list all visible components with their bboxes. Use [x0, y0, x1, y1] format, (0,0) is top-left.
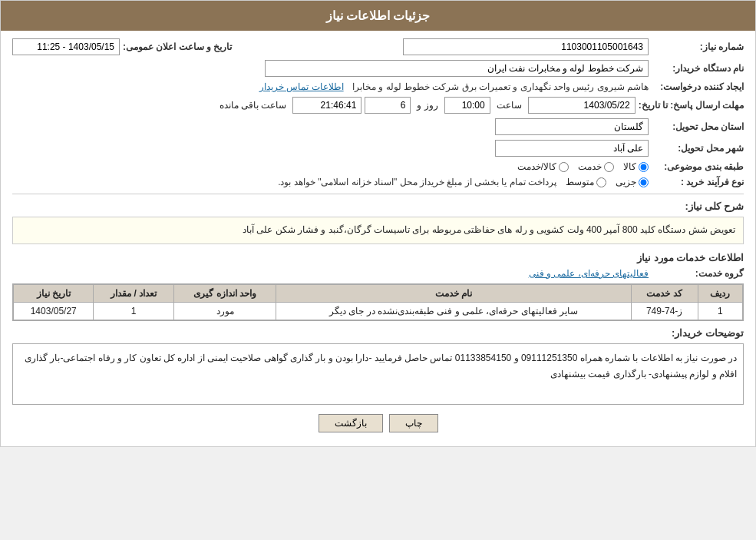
buyer-org-label: نام دستگاه خریدار: — [652, 63, 744, 74]
purchase-type-radio-motavasset[interactable] — [596, 177, 606, 187]
col-header-date: تاریخ نیاز — [14, 284, 94, 302]
category-option-1: کالا — [623, 161, 649, 172]
services-table: ردیف کد خدمت نام خدمت واحد اندازه گیری ت… — [13, 284, 743, 320]
col-header-name: نام خدمت — [276, 284, 631, 302]
row-category: طبقه بندی موضوعی: کالا خدمت کالا/خدمت — [12, 161, 744, 172]
needs-description: تعویض شش دستگاه کلید 800 آمپر 400 ولت کش… — [12, 217, 744, 244]
category-label: طبقه بندی موضوعی: — [652, 161, 744, 172]
deadline-time-input[interactable] — [444, 97, 490, 114]
buyer-desc-box: در صورت نیاز به اطلاعات با شماره همراه 0… — [12, 343, 744, 405]
city-label: شهر محل تحویل: — [652, 143, 744, 154]
table-header-row: ردیف کد خدمت نام خدمت واحد اندازه گیری ت… — [14, 284, 743, 302]
content-area: شماره نیاز: تاریخ و ساعت اعلان عمومی: نا… — [1, 31, 755, 446]
service-info-title: اطلاعات خدمات مورد نیاز — [12, 252, 744, 263]
category-radio-kala[interactable] — [639, 162, 649, 172]
deadline-days-input[interactable] — [365, 97, 411, 114]
purchase-type-motavasset: متوسط — [566, 177, 606, 187]
cell-name: سایر فعالیتهای حرفه‌ای، علمی و فنی طبقه‌… — [276, 302, 631, 320]
category-radio-group: کالا خدمت کالا/خدمت — [517, 161, 649, 172]
buyer-desc-label: توضیحات خریدار: — [652, 327, 744, 339]
creator-label: ایجاد کننده درخواست: — [652, 81, 744, 92]
row-deadline: مهلت ارسال پاسخ: تا تاریخ: ساعت روز و سا… — [12, 97, 744, 114]
deadline-remain-label: ساعت باقی مانده — [220, 100, 287, 111]
category-option-3: کالا/خدمت — [517, 161, 569, 172]
cell-qty: 1 — [94, 302, 173, 320]
category-option-2: خدمت — [578, 161, 614, 172]
col-header-unit: واحد اندازه گیری — [173, 284, 276, 302]
category-label-kala: کالا — [623, 161, 636, 172]
buyer-desc-text: در صورت نیاز به اطلاعات با شماره همراه 0… — [25, 353, 737, 380]
row-buyer-desc-title: توضیحات خریدار: — [12, 327, 744, 339]
row-province: استان محل تحویل: — [12, 118, 744, 135]
province-input[interactable] — [495, 118, 649, 135]
col-header-row: ردیف — [698, 284, 742, 302]
purchase-type-label-jozi: جزیی — [616, 177, 636, 187]
page-wrapper: جزئیات اطلاعات نیاز شماره نیاز: تاریخ و … — [0, 0, 756, 447]
announce-value-input[interactable] — [12, 38, 120, 55]
back-button[interactable]: بازگشت — [319, 414, 383, 432]
deadline-day-label: روز و — [417, 100, 437, 111]
service-group-label: گروه خدمت: — [652, 268, 744, 279]
category-label-khedmat: خدمت — [578, 161, 602, 172]
table-body: 1 ز-74-749 سایر فعالیتهای حرفه‌ای، علمی … — [14, 302, 743, 320]
print-button[interactable]: چاپ — [389, 414, 438, 432]
cell-code: ز-74-749 — [631, 302, 698, 320]
province-label: استان محل تحویل: — [652, 121, 744, 132]
deadline-time-label: ساعت — [497, 100, 522, 111]
category-label-kala-khedmat: کالا/خدمت — [517, 161, 556, 172]
divider-1 — [12, 194, 744, 194]
row-service-group: گروه خدمت: فعالیتهای حرفه‌ای، علمی و فنی — [12, 268, 744, 279]
row-creator: ایجاد کننده درخواست: هاشم شیروی رئیس واح… — [12, 81, 744, 92]
row-city: شهر محل تحویل: — [12, 140, 744, 157]
button-row: چاپ بازگشت — [12, 414, 744, 432]
row-purchase-type: نوع فرآیند خرید : جزیی متوسط پرداخت تمام… — [12, 177, 744, 187]
cell-unit: مورد — [173, 302, 276, 320]
needs-text: تعویض شش دستگاه کلید 800 آمپر 400 ولت کش… — [243, 224, 735, 235]
deadline-label: مهلت ارسال پاسخ: تا تاریخ: — [639, 100, 744, 111]
needs-title-label: شرح کلی نیاز: — [652, 200, 744, 212]
cell-date: 1403/05/27 — [14, 302, 94, 320]
category-radio-kala-khedmat[interactable] — [559, 162, 569, 172]
cell-row: 1 — [698, 302, 742, 320]
row-needs-title: شرح کلی نیاز: — [12, 200, 744, 212]
need-number-label: شماره نیاز: — [652, 41, 744, 52]
page-header: جزئیات اطلاعات نیاز — [1, 1, 755, 31]
table-row: 1 ز-74-749 سایر فعالیتهای حرفه‌ای، علمی … — [14, 302, 743, 320]
service-group-value[interactable]: فعالیتهای حرفه‌ای، علمی و فنی — [529, 268, 649, 279]
row-need-number: شماره نیاز: تاریخ و ساعت اعلان عمومی: — [12, 38, 744, 55]
creator-contact-link[interactable]: اطلاعات تماس خریدار — [259, 81, 344, 92]
row-buyer-org: نام دستگاه خریدار: — [12, 60, 744, 77]
city-input[interactable] — [495, 140, 649, 157]
purchase-type-label: نوع فرآیند خرید : — [652, 177, 744, 187]
purchase-type-radio-group: جزیی متوسط پرداخت تمام یا بخشی از مبلغ خ… — [278, 177, 649, 187]
category-radio-khedmat[interactable] — [604, 162, 614, 172]
need-number-input[interactable] — [403, 38, 649, 55]
purchase-type-jozi: جزیی — [616, 177, 649, 187]
services-table-container: ردیف کد خدمت نام خدمت واحد اندازه گیری ت… — [12, 283, 744, 321]
buyer-org-input[interactable] — [265, 60, 649, 77]
purchase-type-note: پرداخت تمام یا بخشی از مبلغ خریداز محل "… — [278, 177, 556, 187]
col-header-code: کد خدمت — [631, 284, 698, 302]
purchase-type-label-motavasset: متوسط — [566, 177, 594, 187]
page-title: جزئیات اطلاعات نیاز — [326, 9, 431, 22]
deadline-date-input[interactable] — [528, 97, 636, 114]
purchase-type-radio-jozi[interactable] — [639, 177, 649, 187]
deadline-remain-input[interactable] — [292, 97, 361, 114]
col-header-qty: تعداد / مقدار — [94, 284, 173, 302]
creator-value: هاشم شیروی رئیس واحد نگهداری و تعمیرات ب… — [352, 81, 649, 92]
announce-label: تاریخ و ساعت اعلان عمومی: — [123, 41, 232, 52]
